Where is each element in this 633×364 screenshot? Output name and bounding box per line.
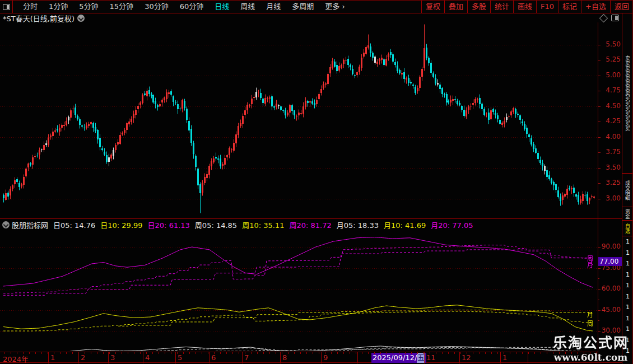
- tab-5[interactable]: 30分钟: [139, 1, 174, 13]
- date-minor-tick: [220, 352, 221, 354]
- pane-split-icon[interactable]: [611, 15, 619, 21]
- indicator-value-周20: 周20: 81.72: [289, 220, 331, 230]
- menu-7-button[interactable]: 标记: [558, 1, 581, 13]
- collapse-pane-icon[interactable]: [2, 221, 10, 228]
- month-separator: [528, 352, 528, 363]
- date-minor-tick: [72, 352, 73, 354]
- tab-6[interactable]: 60分钟: [174, 1, 210, 13]
- date-minor-tick: [405, 352, 406, 354]
- tab-3[interactable]: 5分钟: [73, 1, 104, 13]
- indicator-name: 股朋指标网: [12, 220, 48, 230]
- indicator-value-日20: 日20: 61.13: [148, 220, 190, 230]
- menu-9-button[interactable]: 返回: [610, 1, 633, 13]
- price-tick: [598, 183, 601, 184]
- diamond-icon[interactable]: [599, 13, 608, 22]
- top-menu-bar: 分时1分钟5分钟15分钟30分钟60分钟日线周线月线多周期更多 › 复权叠加多股…: [0, 0, 633, 13]
- tab-2[interactable]: 1分钟: [43, 1, 73, 13]
- date-minor-tick: [232, 352, 233, 354]
- indicator-value-日10: 日10: 29.99: [100, 220, 142, 230]
- date-minor-tick: [226, 352, 227, 354]
- date-minor-tick: [41, 352, 42, 354]
- strip-value: 1: [622, 269, 633, 281]
- date-minor-tick: [417, 352, 418, 354]
- ind-tick: [598, 247, 601, 248]
- tab-8[interactable]: 周线: [235, 1, 260, 13]
- date-minor-tick: [183, 352, 184, 354]
- month-separator: [209, 352, 210, 363]
- date-minor-tick: [497, 352, 498, 354]
- tab-4[interactable]: 15分钟: [104, 1, 139, 13]
- date-minor-tick: [115, 352, 116, 354]
- date-minor-tick: [479, 352, 480, 354]
- date-minor-tick: [380, 352, 381, 354]
- date-minor-tick: [516, 352, 516, 354]
- tab-11[interactable]: 更多 ›: [319, 1, 350, 13]
- date-minor-tick: [528, 352, 529, 354]
- strip-section-4[interactable]: 自选: [622, 221, 632, 236]
- date-minor-tick: [202, 352, 202, 354]
- date-minor-tick: [522, 352, 523, 354]
- price-label-5.25: 5.25: [599, 55, 621, 63]
- date-minor-tick: [436, 352, 436, 354]
- indicator-value-日05: 日05: 14.76: [53, 220, 95, 230]
- indicator-value-月20: 月20: 77.05: [431, 220, 473, 230]
- date-minor-tick: [4, 352, 5, 354]
- date-minor-tick: [29, 352, 30, 354]
- date-minor-tick: [300, 352, 301, 354]
- date-minor-tick: [510, 352, 510, 354]
- menu-2-button[interactable]: 叠加: [444, 1, 467, 13]
- strip-section-2[interactable]: 成交明细: [622, 174, 632, 207]
- menu-1-button[interactable]: 复权: [421, 1, 444, 13]
- date-minor-tick: [393, 352, 393, 354]
- pane-divider[interactable]: [0, 218, 622, 219]
- menu-3-button[interactable]: 多股: [467, 1, 490, 13]
- tab-1[interactable]: 分时: [17, 1, 43, 13]
- price-tick: [598, 45, 601, 45]
- right-side-strip[interactable]: 卖卖卖卖卖卖卖卖买买买买买买买成交明细资金自选11111111111: [622, 13, 633, 364]
- date-minor-tick: [368, 352, 369, 354]
- month-label-1: 1: [502, 353, 507, 362]
- chevron-down-circle-icon[interactable]: [77, 15, 85, 22]
- date-minor-tick: [189, 352, 190, 354]
- month-label-1: 1: [50, 353, 55, 362]
- month-separator: [78, 352, 79, 363]
- strip-section-1[interactable]: 卖卖卖卖卖卖卖卖买买买买买买买: [622, 13, 632, 174]
- month-label-7: 7: [244, 353, 249, 362]
- tab-7[interactable]: 日线: [209, 1, 235, 13]
- date-minor-tick: [534, 352, 535, 354]
- date-minor-tick: [152, 352, 153, 354]
- month-separator: [424, 352, 425, 363]
- date-minor-tick: [134, 352, 134, 354]
- date-minor-tick: [257, 352, 258, 354]
- tab-10[interactable]: 多周期: [286, 1, 319, 13]
- tab-9[interactable]: 月线: [260, 1, 286, 13]
- window-split-button[interactable]: [0, 1, 13, 13]
- menu-4-button[interactable]: 统计: [490, 1, 513, 13]
- indicator-value-月10: 月10: 41.69: [384, 220, 426, 230]
- date-minor-tick: [171, 352, 171, 354]
- kline-chart-canvas[interactable]: [0, 22, 598, 218]
- date-minor-tick: [288, 352, 288, 354]
- date-minor-tick: [103, 352, 104, 354]
- watermark-url: www.60lt.com: [553, 352, 629, 363]
- menu-5-button[interactable]: 画线: [513, 1, 536, 13]
- date-minor-tick: [343, 352, 344, 354]
- date-minor-tick: [251, 352, 252, 354]
- date-minor-tick: [448, 352, 449, 354]
- date-minor-tick: [541, 352, 541, 354]
- indicator-chart-canvas[interactable]: [0, 231, 598, 351]
- menu-6-button[interactable]: F10: [536, 1, 558, 13]
- ind-minor-tick: [598, 278, 599, 279]
- menu-8-button[interactable]: +自选: [581, 1, 610, 13]
- price-label-4.75: 4.75: [599, 86, 621, 94]
- date-highlight: 2025/09/12/ 五: [371, 353, 426, 363]
- month-separator: [108, 352, 109, 363]
- split-screen-icon: [3, 4, 10, 10]
- ind-tick: [598, 310, 601, 311]
- strip-value: 1: [622, 236, 633, 248]
- strip-section-3[interactable]: 资金: [622, 207, 632, 221]
- month-label-11: 11: [426, 353, 436, 362]
- period-tabs: 分时1分钟5分钟15分钟30分钟60分钟日线周线月线多周期更多 ›: [13, 1, 351, 13]
- month-label-3: 3: [110, 353, 115, 362]
- date-minor-tick: [319, 352, 319, 354]
